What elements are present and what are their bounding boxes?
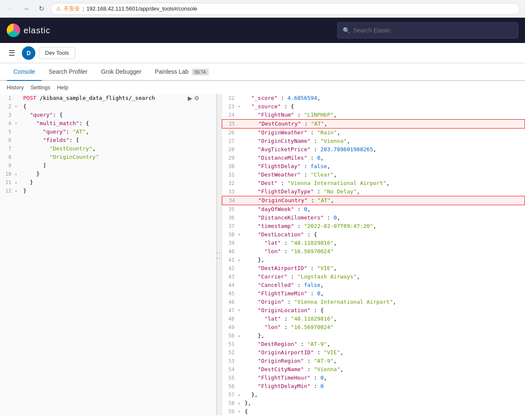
editor-line-8: 8 "OriginCountry"	[0, 153, 216, 161]
result-line-52: 52 "OriginAirportID" : "VIE",	[222, 348, 525, 357]
line-num-9: 9	[0, 161, 15, 170]
result-line-50: 50 ▴ },	[222, 332, 525, 340]
main-tabs: Console Search Profiler Grok Debugger Pa…	[0, 63, 525, 81]
security-warning: 不安全	[64, 5, 80, 13]
fold-2[interactable]: ▾	[15, 102, 21, 111]
code-3: "query": {	[21, 111, 216, 119]
editor-line-12: 12 ▴ }	[0, 187, 216, 195]
reload-button[interactable]: ↻	[35, 3, 47, 15]
line-num-12: 12	[0, 187, 15, 195]
code-7: "DestCountry",	[21, 144, 216, 153]
fold-12[interactable]: ▴	[15, 187, 21, 195]
code-10: }	[21, 170, 216, 178]
code-1: POST /kibana_sample_data_flights/_search	[21, 94, 216, 102]
result-line-57: 57 ▴ },	[222, 391, 525, 399]
result-line-40: 40 "lon" : "16.56970024"	[222, 247, 525, 256]
address-text[interactable]: 192.168.42.111:5601/app/dev_tools#/conso…	[86, 5, 197, 12]
result-line-32: 32 "Dest" : "Vienna International Airpor…	[222, 179, 525, 187]
elastic-logo-icon	[7, 24, 20, 37]
result-line-51: 51 "DestRegion" : "AT-9",	[222, 340, 525, 348]
main-toolbar: ☰ D Dev Tools	[0, 43, 525, 63]
action-bar: History Settings Help	[0, 81, 525, 94]
help-link[interactable]: Help	[57, 84, 68, 91]
result-line-34: 34 "OriginCountry" : "AT",	[222, 196, 525, 205]
code-12: }	[21, 187, 216, 195]
result-line-36: 36 "DistanceKilometers" : 0,	[222, 214, 525, 222]
result-line-30: 30 "FlightDelay" : false,	[222, 162, 525, 171]
back-button[interactable]: ←	[5, 3, 17, 15]
result-code: 22 "_score" : 4.6856594, 23 ▾ "_source" …	[222, 94, 525, 415]
result-line-43: 43 "Carrier" : "Logstash Airways",	[222, 273, 525, 281]
tab-painless-lab[interactable]: Painless Lab BETA	[148, 63, 216, 81]
code-8: "OriginCountry"	[21, 153, 216, 161]
result-line-42: 42 "DestAirportID" : "VIE",	[222, 264, 525, 273]
fold-11[interactable]: ▴	[15, 178, 21, 187]
editor-line-11: 11 ▴ }	[0, 178, 216, 187]
result-line-54: 54 "DestCityName" : "Vienna",	[222, 365, 525, 374]
result-line-45: 45 "FlightTimeMin" : 0,	[222, 289, 525, 298]
line-num-2: 2	[0, 102, 15, 111]
line-num-8: 8	[0, 153, 15, 161]
result-line-41: 41 ▴ },	[222, 256, 525, 264]
result-line-31: 31 "DestWeather" : "Clear",	[222, 171, 525, 179]
result-line-22: 22 "_score" : 4.6856594,	[222, 94, 525, 102]
line-num-10: 10	[0, 170, 15, 178]
result-line-58: 58 ▴ },	[222, 399, 525, 407]
editor-line-9: 9 ]	[0, 161, 216, 170]
result-line-37: 37 "timestamp" : "2022-02-07T09:47:20",	[222, 222, 525, 230]
forward-button[interactable]: →	[20, 3, 32, 15]
result-line-59: 59 ▾ {	[222, 407, 525, 415]
line-num-7: 7	[0, 144, 15, 153]
dev-tools-button[interactable]: Dev Tools	[39, 47, 75, 59]
tab-grok-debugger[interactable]: Grok Debugger	[94, 63, 148, 81]
panel-drag-handle[interactable]: ⋮⋮	[217, 94, 222, 415]
search-icon: 🔍	[343, 27, 350, 34]
line-num-3: 3	[0, 111, 15, 119]
user-avatar-button[interactable]: D	[22, 46, 35, 60]
tab-search-profiler[interactable]: Search Profiler	[42, 63, 94, 81]
line-num-6: 6	[0, 136, 15, 144]
run-button[interactable]: ▶	[188, 95, 192, 102]
browser-chrome: ← → ↻ ⚠ 不安全 | 192.168.42.111:5601/app/de…	[0, 0, 525, 18]
line-num-4: 4	[0, 119, 15, 128]
result-line-24: 24 "FlightNum" : "L1NPH6P",	[222, 111, 525, 119]
elastic-logo[interactable]: elastic	[7, 24, 51, 37]
settings-link[interactable]: Settings	[30, 84, 50, 91]
editor-line-2: 2 ▾ {	[0, 102, 216, 111]
code-6: "fields": [	[21, 136, 216, 144]
editor-line-5: 5 "query": "AT",	[0, 128, 216, 136]
code-9: ]	[21, 161, 216, 170]
line-num-1: 1	[0, 94, 15, 102]
hamburger-button[interactable]: ☰	[5, 46, 19, 60]
result-line-46: 46 "Origin" : "Vienna International Airp…	[222, 298, 525, 306]
result-panel[interactable]: 22 "_score" : 4.6856594, 23 ▾ "_source" …	[222, 94, 525, 415]
history-link[interactable]: History	[7, 84, 24, 91]
result-line-28: 28 "AvgTicketPrice" : 203.789601988265,	[222, 145, 525, 154]
fold-10[interactable]: ▴	[15, 170, 21, 178]
result-line-29: 29 "DistanceMiles" : 0,	[222, 154, 525, 162]
result-line-53: 53 "OriginRegion" : "AT-9",	[222, 357, 525, 365]
beta-badge: BETA	[192, 69, 209, 75]
app-header: elastic 🔍	[0, 18, 525, 43]
editor-line-4: 4 ▾ "multi_match": {	[0, 119, 216, 128]
result-line-39: 39 "lat" : "48.11029816",	[222, 239, 525, 247]
fold-4[interactable]: ▾	[15, 119, 21, 128]
editor-toolbar-icons: ▶ ⚙	[188, 95, 200, 102]
result-line-38: 38 ▾ "DestLocation" : {	[222, 230, 525, 239]
elastic-logo-text: elastic	[24, 26, 51, 35]
main-content: 1 POST /kibana_sample_data_flights/_sear…	[0, 94, 525, 415]
result-line-27: 27 "OriginCityName" : "Vienna",	[222, 137, 525, 145]
address-bar: ⚠ 不安全 | 192.168.42.111:5601/app/dev_tool…	[51, 3, 520, 15]
code-5: "query": "AT",	[21, 128, 216, 136]
global-search-bar[interactable]: 🔍	[337, 22, 518, 38]
tab-console[interactable]: Console	[7, 63, 42, 81]
editor-line-7: 7 "DestCountry",	[0, 144, 216, 153]
code-4: "multi_match": {	[21, 119, 216, 128]
code-11: }	[21, 178, 216, 187]
warning-icon: ⚠	[56, 5, 61, 12]
result-line-49: 49 "lon" : "16.56970024"	[222, 323, 525, 332]
wrench-button[interactable]: ⚙	[194, 95, 200, 102]
editor-panel[interactable]: 1 POST /kibana_sample_data_flights/_sear…	[0, 94, 217, 415]
search-input[interactable]	[353, 27, 513, 34]
separator: |	[83, 5, 84, 12]
